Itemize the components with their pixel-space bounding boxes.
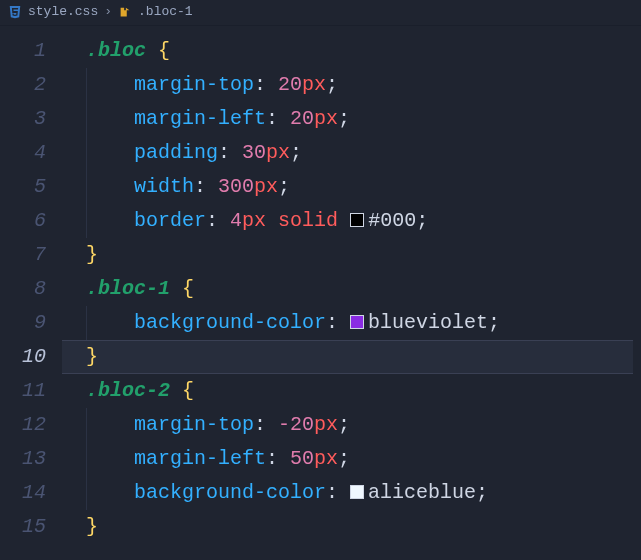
token-sel: .bloc [86,39,146,62]
token-unit: px [254,175,278,198]
token-color: #000 [368,209,416,232]
line-number: 13 [8,442,46,476]
token-unit: px [314,107,338,130]
token-prop: margin-top [134,73,254,96]
line-number: 12 [8,408,46,442]
token-punct: : [218,141,242,164]
token-punct: ; [416,209,428,232]
token-num: 4 [230,209,242,232]
breadcrumb[interactable]: style.css › .bloc-1 [0,0,641,26]
code-line[interactable]: padding: 30px; [62,136,633,170]
token-unit: px [266,141,290,164]
token-num: 20 [278,73,302,96]
line-number: 1 [8,34,46,68]
token-punct: ; [338,447,350,470]
code-line[interactable]: } [62,510,633,544]
line-number: 2 [8,68,46,102]
code-line[interactable]: .bloc-1 { [62,272,633,306]
token-unit: px [314,413,338,436]
code-line[interactable]: background-color: blueviolet; [62,306,633,340]
token-punct: ; [488,311,500,334]
token-unit: px [302,73,326,96]
line-number: 5 [8,170,46,204]
line-number: 6 [8,204,46,238]
token-brace: } [86,243,98,266]
code-line[interactable]: margin-left: 20px; [62,102,633,136]
token-prop: width [134,175,194,198]
line-number: 3 [8,102,46,136]
token-num: 20 [290,107,314,130]
breadcrumb-symbol[interactable]: .bloc-1 [138,4,193,19]
code-line[interactable]: margin-top: 20px; [62,68,633,102]
token-punct: : [206,209,230,232]
token-prop: margin-left [134,447,266,470]
token-prop: padding [134,141,218,164]
token-num: 50 [290,447,314,470]
token-sel: .bloc-1 [86,277,170,300]
line-number: 4 [8,136,46,170]
line-number: 14 [8,476,46,510]
color-swatch-icon[interactable] [350,485,364,499]
token-punct: ; [326,73,338,96]
token-punct: : [194,175,218,198]
token-punct: ; [338,107,350,130]
line-number: 11 [8,374,46,408]
css-rule-icon [118,5,132,19]
token-punct: ; [290,141,302,164]
token-punct: : [266,107,290,130]
token-punct: : [326,481,350,504]
token-prop: margin-left [134,107,266,130]
line-number: 9 [8,306,46,340]
token-unit: px [314,447,338,470]
line-number: 15 [8,510,46,544]
token-prop: border [134,209,206,232]
line-number: 7 [8,238,46,272]
token-punct: ; [476,481,488,504]
token-prop: background-color [134,481,326,504]
token-brace: { [182,277,194,300]
token-punct: ; [338,413,350,436]
css-file-icon [8,5,22,19]
code-line[interactable]: } [62,340,633,374]
token-brace: { [182,379,194,402]
line-number: 10 [8,340,46,374]
code-line[interactable]: .bloc { [62,34,633,68]
color-swatch-icon[interactable] [350,213,364,227]
code-line[interactable]: .bloc-2 { [62,374,633,408]
code-line[interactable]: margin-top: -20px; [62,408,633,442]
code-line[interactable]: background-color: aliceblue; [62,476,633,510]
token-num: 300 [218,175,254,198]
token-punct: : [266,447,290,470]
line-number: 8 [8,272,46,306]
token-unit: px [242,209,266,232]
token-brace: } [86,345,98,368]
token-prop: margin-top [134,413,254,436]
token-sel: .bloc-2 [86,379,170,402]
code-line[interactable]: border: 4px solid #000; [62,204,633,238]
breadcrumb-file[interactable]: style.css [28,4,98,19]
chevron-right-icon: › [104,4,112,19]
token-color: blueviolet [368,311,488,334]
code-line[interactable]: width: 300px; [62,170,633,204]
token-prop: background-color [134,311,326,334]
token-num: -20 [278,413,314,436]
code-editor[interactable]: 123456789101112131415 .bloc { margin-top… [0,26,641,560]
token-brace: } [86,515,98,538]
token-punct: : [254,73,278,96]
token-brace: { [158,39,170,62]
token-punct: ; [278,175,290,198]
token-punct: : [254,413,278,436]
code-line[interactable]: } [62,238,633,272]
code-area[interactable]: .bloc { margin-top: 20px; margin-left: 2… [62,26,641,560]
token-num: 30 [242,141,266,164]
line-number-gutter: 123456789101112131415 [0,26,62,560]
token-ident: solid [278,209,338,232]
color-swatch-icon[interactable] [350,315,364,329]
token-color: aliceblue [368,481,476,504]
code-line[interactable]: margin-left: 50px; [62,442,633,476]
token-punct: : [326,311,350,334]
